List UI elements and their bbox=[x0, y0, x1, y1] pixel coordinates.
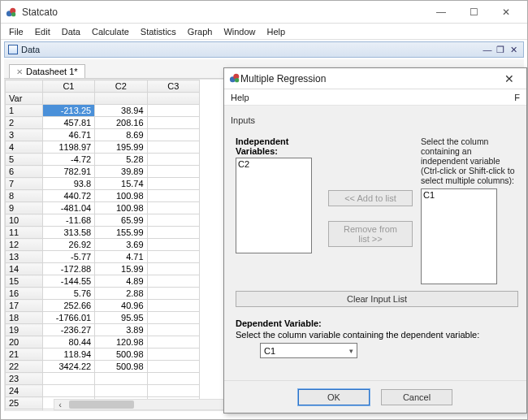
cancel-button[interactable]: Cancel bbox=[381, 389, 452, 405]
cell-c1[interactable]: 5.76 bbox=[42, 288, 94, 300]
row-header[interactable]: 16 bbox=[6, 288, 43, 300]
cell-c1[interactable]: -172.88 bbox=[42, 263, 94, 275]
cell-c2[interactable]: 100.98 bbox=[95, 202, 147, 214]
cell-c3[interactable] bbox=[147, 361, 199, 373]
cell-c3[interactable] bbox=[147, 336, 199, 349]
subwin-restore-icon[interactable]: ❐ bbox=[494, 45, 507, 55]
row-header[interactable]: 20 bbox=[6, 336, 43, 349]
cell-c3[interactable] bbox=[147, 288, 199, 300]
menu-calculate[interactable]: Calculate bbox=[87, 25, 134, 38]
var-c2[interactable] bbox=[95, 93, 147, 105]
subwin-close-icon[interactable]: ✕ bbox=[507, 45, 520, 55]
menu-window[interactable]: Window bbox=[219, 25, 260, 38]
dependent-variable-select[interactable]: C1 ▾ bbox=[260, 343, 357, 358]
cell-c2[interactable]: 95.95 bbox=[95, 312, 147, 324]
cell-c3[interactable] bbox=[147, 141, 199, 154]
cell-c2[interactable]: 38.94 bbox=[95, 105, 147, 117]
independent-listbox[interactable]: C2 bbox=[236, 158, 312, 253]
cell-c2[interactable]: 100.98 bbox=[95, 190, 147, 202]
row-header[interactable]: 24 bbox=[6, 385, 43, 397]
row-header[interactable]: 11 bbox=[6, 227, 43, 239]
cell-c3[interactable] bbox=[147, 214, 199, 227]
cell-c2[interactable]: 500.98 bbox=[95, 349, 147, 361]
row-header[interactable]: 10 bbox=[6, 214, 43, 227]
independent-item[interactable]: C2 bbox=[238, 159, 309, 169]
cell-c1[interactable]: 252.66 bbox=[42, 300, 94, 312]
cell-c3[interactable] bbox=[147, 129, 199, 141]
tab-close-icon[interactable]: ✕ bbox=[16, 67, 23, 76]
cell-c2[interactable]: 155.99 bbox=[95, 227, 147, 239]
cell-c1[interactable]: -1766.01 bbox=[42, 312, 94, 324]
cell-c3[interactable] bbox=[147, 300, 199, 312]
cell-c3[interactable] bbox=[147, 227, 199, 239]
datasheet-tab[interactable]: ✕ Datasheet 1* bbox=[9, 64, 85, 78]
cell-c1[interactable] bbox=[42, 373, 94, 385]
row-header[interactable]: 2 bbox=[6, 117, 43, 129]
row-header[interactable]: 13 bbox=[6, 251, 43, 263]
cell-c1[interactable]: 46.71 bbox=[42, 129, 94, 141]
cell-c2[interactable]: 39.89 bbox=[95, 166, 147, 178]
cell-c1[interactable]: -144.55 bbox=[42, 275, 94, 288]
cell-c1[interactable]: 782.91 bbox=[42, 166, 94, 178]
cell-c3[interactable] bbox=[147, 263, 199, 275]
available-column-item[interactable]: C1 bbox=[423, 190, 495, 200]
cell-c2[interactable]: 4.89 bbox=[95, 275, 147, 288]
cell-c1[interactable]: -213.25 bbox=[42, 105, 94, 117]
dialog-titlebar[interactable]: Multiple Regression ✕ bbox=[224, 68, 526, 89]
cell-c1[interactable]: 80.44 bbox=[42, 336, 94, 349]
cell-c3[interactable] bbox=[147, 312, 199, 324]
ok-button[interactable]: OK bbox=[298, 389, 370, 405]
col-header-c2[interactable]: C2 bbox=[95, 80, 147, 93]
menu-data[interactable]: Data bbox=[57, 25, 85, 38]
row-header[interactable]: 19 bbox=[6, 324, 43, 336]
var-c3[interactable] bbox=[147, 93, 199, 105]
cell-c2[interactable]: 3.89 bbox=[95, 324, 147, 336]
cell-c3[interactable] bbox=[147, 105, 199, 117]
cell-c2[interactable]: 208.16 bbox=[95, 117, 147, 129]
cell-c3[interactable] bbox=[147, 275, 199, 288]
cell-c1[interactable]: 26.92 bbox=[42, 239, 94, 251]
scroll-thumb[interactable] bbox=[69, 401, 134, 409]
cell-c2[interactable]: 65.99 bbox=[95, 214, 147, 227]
row-header[interactable]: 21 bbox=[6, 349, 43, 361]
row-header[interactable]: 25 bbox=[6, 397, 43, 409]
cell-c3[interactable] bbox=[147, 178, 199, 190]
cell-c2[interactable]: 500.98 bbox=[95, 361, 147, 373]
menu-file[interactable]: File bbox=[4, 25, 28, 38]
row-header[interactable]: 3 bbox=[6, 129, 43, 141]
row-header[interactable]: 17 bbox=[6, 300, 43, 312]
clear-input-list-button[interactable]: Clear Input List bbox=[236, 291, 518, 307]
cell-c2[interactable] bbox=[95, 373, 147, 385]
minimize-button[interactable]: — bbox=[425, 2, 457, 22]
cell-c1[interactable]: 93.8 bbox=[42, 178, 94, 190]
cell-c1[interactable]: -5.77 bbox=[42, 251, 94, 263]
cell-c3[interactable] bbox=[147, 190, 199, 202]
menu-edit[interactable]: Edit bbox=[30, 25, 55, 38]
cell-c3[interactable] bbox=[147, 373, 199, 385]
cell-c1[interactable]: 457.81 bbox=[42, 117, 94, 129]
cell-c2[interactable]: 120.98 bbox=[95, 336, 147, 349]
var-c1[interactable] bbox=[42, 93, 94, 105]
scroll-left-icon[interactable]: ‹ bbox=[54, 400, 66, 409]
cell-c3[interactable] bbox=[147, 324, 199, 336]
cell-c3[interactable] bbox=[147, 385, 199, 397]
dialog-menu-help[interactable]: Help bbox=[231, 93, 249, 102]
menu-graph[interactable]: Graph bbox=[183, 25, 218, 38]
cell-c2[interactable] bbox=[95, 385, 147, 397]
corner-header[interactable] bbox=[6, 80, 43, 93]
add-to-list-button[interactable]: << Add to list bbox=[328, 190, 413, 206]
row-header[interactable]: 18 bbox=[6, 312, 43, 324]
cell-c3[interactable] bbox=[147, 202, 199, 214]
row-header[interactable]: 4 bbox=[6, 141, 43, 154]
cell-c2[interactable]: 2.88 bbox=[95, 288, 147, 300]
cell-c2[interactable]: 4.71 bbox=[95, 251, 147, 263]
cell-c2[interactable]: 3.69 bbox=[95, 239, 147, 251]
cell-c2[interactable]: 5.28 bbox=[95, 154, 147, 166]
col-header-c3[interactable]: C3 bbox=[147, 80, 199, 93]
menu-statistics[interactable]: Statistics bbox=[136, 25, 181, 38]
cell-c2[interactable]: 195.99 bbox=[95, 141, 147, 154]
cell-c3[interactable] bbox=[147, 166, 199, 178]
close-button[interactable]: ✕ bbox=[490, 2, 522, 22]
row-header[interactable]: 26 bbox=[6, 409, 43, 412]
row-header[interactable]: 12 bbox=[6, 239, 43, 251]
